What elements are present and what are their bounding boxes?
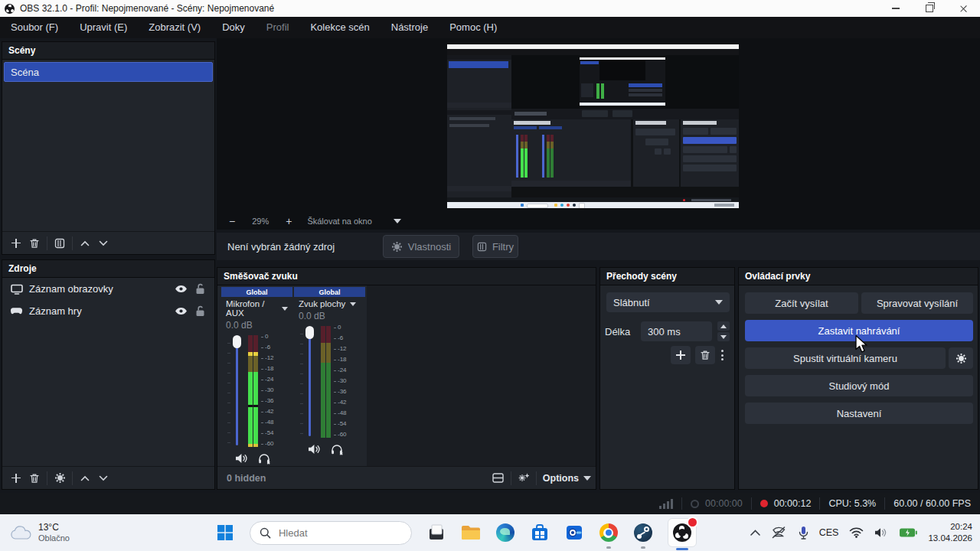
volume-slider[interactable] bbox=[305, 326, 315, 438]
obs-logo-icon bbox=[5, 4, 15, 14]
remove-transition-button[interactable] bbox=[695, 346, 715, 364]
mixer-channel-name[interactable]: Zvuk plochy bbox=[294, 297, 365, 308]
cloud-icon bbox=[9, 524, 32, 541]
taskbar-app-dark[interactable] bbox=[426, 523, 446, 543]
menu-help[interactable]: Pomoc (H) bbox=[439, 17, 508, 38]
settings-button[interactable]: Nastavení bbox=[745, 403, 973, 424]
add-source-button[interactable] bbox=[7, 470, 25, 487]
start-streaming-button[interactable]: Začít vysílat bbox=[745, 292, 858, 314]
options-label[interactable]: Options bbox=[543, 473, 579, 484]
volume-icon[interactable] bbox=[874, 527, 888, 538]
search-icon bbox=[260, 527, 271, 539]
visibility-eye-icon[interactable] bbox=[175, 306, 188, 317]
restore-button[interactable] bbox=[913, 0, 946, 17]
menu-docks[interactable]: Doky bbox=[211, 17, 256, 38]
mixer-channel-name[interactable]: Mikrofon / AUX bbox=[221, 297, 292, 318]
close-button[interactable] bbox=[946, 0, 980, 17]
mouse-cursor bbox=[854, 334, 868, 357]
move-scene-up-button[interactable] bbox=[76, 235, 94, 252]
microphone-icon[interactable] bbox=[799, 526, 808, 540]
menu-scene-collection[interactable]: Kolekce scén bbox=[299, 17, 380, 38]
studio-mode-button[interactable]: Studiový mód bbox=[745, 375, 973, 396]
volume-slider[interactable] bbox=[232, 335, 243, 447]
transition-select[interactable]: Slábnutí bbox=[606, 292, 730, 312]
file-explorer-button[interactable] bbox=[461, 523, 481, 543]
options-caret-icon[interactable] bbox=[583, 476, 591, 481]
outlook-button[interactable] bbox=[564, 523, 584, 543]
scene-filters-button[interactable] bbox=[51, 235, 69, 252]
minimize-button[interactable] bbox=[879, 0, 913, 17]
taskbar-search[interactable] bbox=[250, 521, 412, 545]
weather-widget[interactable]: 13°C Oblačno bbox=[9, 522, 70, 544]
stream-health-icon bbox=[659, 499, 673, 509]
menu-edit[interactable]: Upravit (E) bbox=[69, 17, 138, 38]
lock-open-icon[interactable] bbox=[194, 306, 207, 317]
properties-button[interactable]: Vlastnosti bbox=[383, 235, 459, 258]
search-input[interactable] bbox=[277, 527, 387, 540]
gamepad-icon bbox=[10, 306, 23, 317]
taskbar-clock[interactable]: 20:24 13.04.2026 bbox=[928, 521, 972, 544]
mixer-layout-button[interactable] bbox=[489, 470, 508, 487]
scale-mode-label[interactable]: Škálovat na okno bbox=[307, 217, 371, 226]
edge-button[interactable] bbox=[495, 523, 515, 543]
menu-file[interactable]: Soubor (F) bbox=[0, 17, 69, 38]
spinner-down-button[interactable] bbox=[717, 332, 730, 341]
visibility-eye-icon[interactable] bbox=[175, 284, 188, 295]
preview-area[interactable] bbox=[217, 38, 980, 228]
menu-view[interactable]: Zobrazit (V) bbox=[138, 17, 211, 38]
menu-tools[interactable]: Nástroje bbox=[381, 17, 439, 38]
remove-source-button[interactable] bbox=[25, 470, 44, 487]
source-row-game-capture[interactable]: Záznam hry bbox=[2, 300, 214, 322]
obs-taskbar-button[interactable] bbox=[668, 518, 697, 547]
steam-button[interactable] bbox=[633, 523, 653, 543]
move-source-down-button[interactable] bbox=[94, 470, 113, 487]
transition-value: Slábnutí bbox=[613, 297, 650, 308]
move-scene-down-button[interactable] bbox=[94, 235, 113, 252]
add-transition-button[interactable] bbox=[671, 346, 691, 364]
virtual-camera-settings-button[interactable] bbox=[949, 347, 973, 369]
monitor-off-headphones-icon[interactable] bbox=[331, 444, 344, 458]
start-button[interactable] bbox=[215, 523, 235, 543]
start-virtual-camera-button[interactable]: Spustit virtuální kameru bbox=[745, 347, 946, 369]
spinner-up-button[interactable] bbox=[717, 321, 730, 331]
mixer-empty-area bbox=[367, 285, 596, 466]
battery-charging-icon[interactable] bbox=[899, 527, 917, 538]
status-bar: 00:00:00 00:00:12 CPU: 5.3% 60.00 / 60.0… bbox=[0, 493, 980, 514]
zoom-out-button[interactable]: − bbox=[229, 215, 235, 227]
slider-handle[interactable] bbox=[233, 335, 241, 348]
record-time: 00:00:12 bbox=[774, 498, 812, 509]
microsoft-store-button[interactable] bbox=[530, 523, 550, 543]
duration-input[interactable]: 300 ms bbox=[641, 321, 712, 341]
preview-mini-transitions bbox=[633, 119, 679, 187]
slider-handle[interactable] bbox=[305, 326, 314, 339]
camera-off-icon[interactable] bbox=[771, 526, 788, 540]
scale-mode-caret-icon[interactable] bbox=[394, 219, 401, 223]
windows-logo-icon bbox=[217, 524, 234, 541]
lock-open-icon[interactable] bbox=[194, 284, 207, 295]
scene-list-item-selected[interactable]: Scéna bbox=[4, 62, 213, 82]
trash-icon bbox=[29, 238, 40, 249]
zoom-in-button[interactable]: + bbox=[286, 215, 292, 227]
plus-icon bbox=[676, 350, 685, 360]
transition-menu-button[interactable] bbox=[721, 350, 724, 360]
chrome-button[interactable] bbox=[599, 523, 619, 543]
chevron-down-icon bbox=[99, 240, 108, 246]
add-scene-button[interactable] bbox=[7, 235, 25, 252]
mute-speaker-icon[interactable] bbox=[308, 444, 321, 458]
source-properties-button[interactable] bbox=[51, 470, 69, 487]
display-icon bbox=[10, 284, 23, 295]
split-rows-icon bbox=[492, 473, 504, 483]
move-source-up-button[interactable] bbox=[76, 470, 94, 487]
wifi-icon[interactable] bbox=[849, 527, 864, 538]
menu-profile[interactable]: Profil bbox=[256, 17, 300, 38]
channel-menu-caret-icon bbox=[350, 302, 356, 306]
source-row-screen-capture[interactable]: Záznam obrazovky bbox=[2, 278, 214, 300]
preview-mini-menubar bbox=[447, 49, 739, 55]
filters-button[interactable]: Filtry bbox=[472, 235, 518, 258]
tray-chevron-up-icon[interactable] bbox=[750, 530, 760, 536]
manage-broadcast-button[interactable]: Spravovat vysílání bbox=[861, 292, 973, 314]
language-indicator[interactable]: CES bbox=[819, 527, 839, 538]
preview-mini-mixer bbox=[511, 119, 631, 187]
advanced-audio-button[interactable] bbox=[514, 470, 533, 487]
remove-scene-button[interactable] bbox=[25, 235, 44, 252]
